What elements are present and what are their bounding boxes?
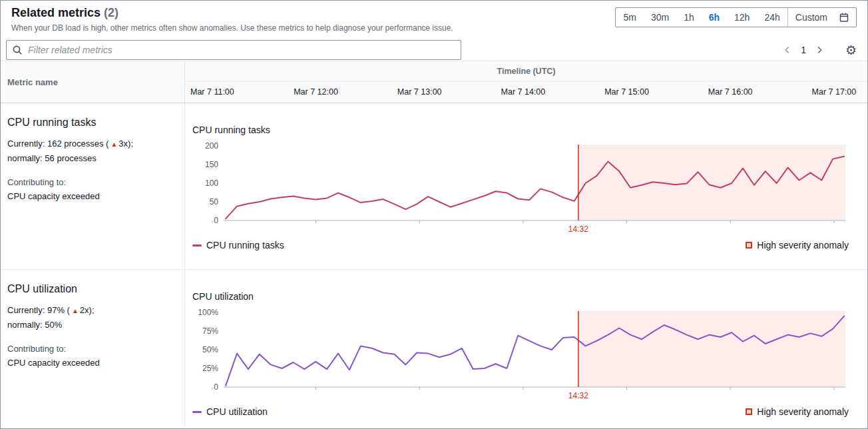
metric-name-column-header: Metric name: [1, 61, 185, 103]
contributing-label: Contributing to:: [7, 175, 176, 189]
panel-header: Related metrics (2) When your DB load is…: [1, 1, 867, 33]
anomaly-region: [578, 145, 845, 220]
chevron-right-icon: [815, 45, 824, 55]
series-line-swatch: [192, 411, 202, 413]
page-description: When your DB load is high, other metrics…: [11, 23, 453, 33]
timeline-header-label: Timeline (UTC): [185, 61, 867, 82]
settings-gear-icon[interactable]: ⚙: [845, 44, 857, 57]
timeline-tick: Mar 7 15:00: [604, 87, 649, 97]
timeline-tick-row: Mar 7 11:00Mar 7 12:00Mar 7 13:00Mar 7 1…: [185, 82, 867, 103]
anomaly-legend: High severity anomaly: [746, 406, 849, 417]
page-title-text: Related metrics: [11, 6, 101, 19]
time-range-5m[interactable]: 5m: [616, 8, 643, 27]
panel-header-text: Related metrics (2) When your DB load is…: [11, 6, 453, 33]
cpu-running-tasks-chart[interactable]: 05010015020014:32: [189, 141, 867, 238]
toolbar: 1 ⚙: [1, 33, 867, 61]
related-metrics-panel: Related metrics (2) When your DB load is…: [0, 0, 868, 429]
cpu-utilization-chart[interactable]: 025%50%75%100%14:32: [189, 307, 867, 404]
chevron-left-icon: [783, 45, 792, 55]
delta-multiplier: 2x);: [80, 305, 95, 315]
delta-multiplier: 3x);: [118, 139, 133, 149]
metric-name: CPU running tasks: [7, 117, 176, 129]
contributing-label: Contributing to:: [7, 342, 176, 356]
metric-row-cpu-running-tasks: CPU running tasks Currently: 162 process…: [1, 103, 867, 270]
contributing-value: CPU capacity exceeded: [7, 356, 176, 370]
up-arrow-icon: ▲: [110, 141, 117, 148]
chart-cell: CPU utilization 025%50%75%100%14:32 CPU …: [185, 270, 867, 427]
current-page-number[interactable]: 1: [796, 45, 811, 55]
contributing-value: CPU capacity exceeded: [7, 189, 176, 203]
previous-page-button[interactable]: [779, 41, 796, 59]
timeline-tick: Mar 7 14:00: [501, 87, 546, 97]
chart-title: CPU running tasks: [192, 125, 867, 135]
metric-row-cpu-utilization: CPU utilization Currently: 97% (▲2x); no…: [1, 270, 867, 427]
y-axis-tick-label: 100: [205, 179, 218, 188]
time-range-24h[interactable]: 24h: [757, 8, 787, 27]
y-axis-tick-label: 0: [214, 382, 218, 392]
series-legend-label: CPU running tasks: [206, 240, 284, 250]
filter-box: [6, 40, 461, 60]
y-axis-tick-label: 50%: [202, 345, 218, 354]
chart-canvas: 05010015020014:32: [189, 141, 868, 238]
metric-name: CPU utilization: [7, 283, 176, 295]
anomaly-time-label: 14:32: [568, 391, 588, 400]
calendar-icon-glyph: [839, 12, 849, 23]
calendar-icon[interactable]: [835, 12, 856, 23]
time-range-selector: 5m30m1h6h12h24hCustom: [615, 7, 857, 27]
chart-canvas: 025%50%75%100%14:32: [189, 307, 868, 404]
anomaly-legend-label: High severity anomaly: [757, 406, 849, 417]
chart-legend: CPU running tasks High severity anomaly: [189, 238, 867, 250]
up-arrow-icon: ▲: [72, 307, 79, 314]
table-header-row: Metric name Timeline (UTC) Mar 7 11:00Ma…: [1, 61, 867, 103]
timeline-tick: Mar 7 11:00: [190, 87, 234, 97]
y-axis-tick-label: 75%: [202, 326, 218, 336]
anomaly-swatch-icon: [746, 408, 752, 415]
anomaly-legend: High severity anomaly: [746, 240, 849, 250]
timeline-column-header: Timeline (UTC) Mar 7 11:00Mar 7 12:00Mar…: [185, 61, 867, 103]
timeline-tick: Mar 7 17:00: [812, 87, 857, 97]
related-metrics-table: Metric name Timeline (UTC) Mar 7 11:00Ma…: [1, 61, 867, 427]
time-range-custom[interactable]: Custom: [788, 8, 835, 27]
current-value-text: Currently: 162 processes (: [7, 139, 108, 149]
series-legend-label: CPU utilization: [206, 406, 268, 417]
series-legend: CPU utilization: [192, 406, 268, 417]
chart-title: CPU utilization: [192, 291, 867, 302]
timeline-tick: Mar 7 12:00: [294, 87, 338, 97]
y-axis-tick-label: 0: [214, 216, 218, 225]
metric-current-value: Currently: 97% (▲2x);: [7, 303, 176, 318]
spacer: [7, 332, 176, 342]
timeline-tick: Mar 7 13:00: [397, 87, 442, 97]
time-range-6h[interactable]: 6h: [702, 8, 727, 27]
anomaly-time-label: 14:32: [568, 224, 588, 234]
y-axis-tick-label: 50: [210, 197, 219, 207]
y-axis-tick-label: 100%: [198, 308, 218, 317]
time-range-30m[interactable]: 30m: [644, 8, 676, 27]
filter-related-metrics-input[interactable]: [6, 40, 461, 60]
next-page-button[interactable]: [811, 41, 828, 59]
page-title: Related metrics (2): [11, 6, 453, 20]
current-value-text: Currently: 97% (: [7, 305, 70, 315]
search-icon: [12, 45, 23, 58]
time-range-1h[interactable]: 1h: [676, 8, 702, 27]
toolbar-right: 1 ⚙: [779, 41, 857, 59]
anomaly-region: [578, 311, 845, 387]
chart-cell: CPU running tasks 05010015020014:32 CPU …: [185, 103, 867, 269]
y-axis-tick-label: 150: [205, 160, 218, 169]
y-axis-tick-label: 200: [205, 141, 218, 151]
spacer: [7, 165, 176, 175]
anomaly-swatch-icon: [746, 242, 752, 248]
metric-current-value: Currently: 162 processes (▲3x);: [7, 137, 176, 151]
series-legend: CPU running tasks: [192, 240, 284, 250]
metric-info-cell: CPU running tasks Currently: 162 process…: [1, 103, 185, 269]
metric-info-cell: CPU utilization Currently: 97% (▲2x); no…: [1, 270, 185, 427]
anomaly-legend-label: High severity anomaly: [757, 240, 849, 250]
chart-legend: CPU utilization High severity anomaly: [189, 404, 867, 417]
series-line-swatch: [192, 244, 202, 246]
time-range-buttons: 5m30m1h6h12h24hCustom: [616, 8, 835, 27]
metric-normal-value: normally: 56 processes: [7, 151, 176, 165]
metric-normal-value: normally: 50%: [7, 318, 176, 332]
metric-count: (2): [104, 6, 118, 19]
timeline-tick: Mar 7 16:00: [708, 87, 753, 97]
metric-name-header-label: Metric name: [7, 77, 58, 87]
time-range-12h[interactable]: 12h: [727, 8, 757, 27]
